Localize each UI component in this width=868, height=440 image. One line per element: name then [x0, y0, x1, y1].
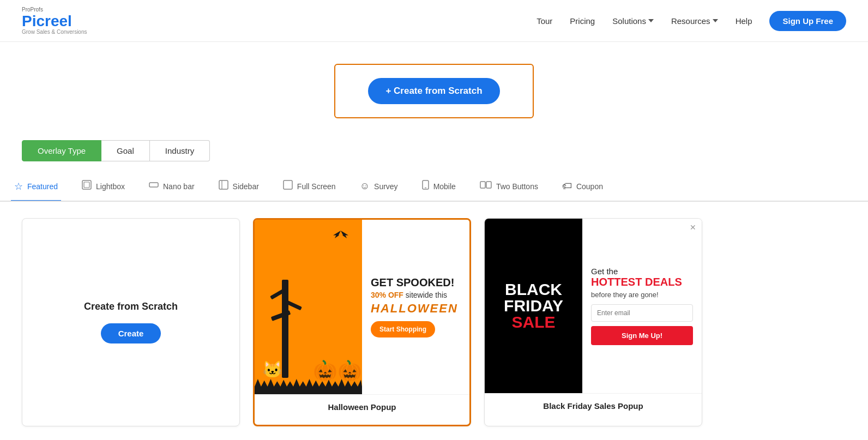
nanobar-icon	[149, 180, 159, 192]
type-filter-mobile-label: Mobile	[433, 182, 456, 191]
bf-brand-text: BLACK FRIDAY SALE	[504, 281, 563, 330]
type-filter-survey[interactable]: ☺ Survey	[357, 173, 401, 201]
fullscreen-icon	[283, 180, 293, 192]
navigation: Tour Pricing Solutions Resources Help Si…	[537, 11, 846, 31]
card-halloween-footer: Halloween Popup	[255, 394, 469, 419]
templates-grid: Create from Scratch Create 🐱	[0, 218, 868, 440]
nav-tour[interactable]: Tour	[537, 16, 552, 26]
type-filter-lightbox-label: Lightbox	[96, 182, 125, 191]
type-filter-fullscreen[interactable]: Full Screen	[280, 172, 339, 202]
svg-rect-0	[82, 180, 91, 189]
brand-name: Picreel	[22, 14, 87, 29]
filter-tab-industry[interactable]: Industry	[150, 140, 210, 161]
twobuttons-icon	[480, 180, 492, 192]
type-filter-survey-label: Survey	[374, 182, 398, 191]
bf-get-text: Get the	[591, 267, 693, 276]
card-halloween-popup[interactable]: 🐱 🎃🎃 GET SPOOKED! 30% OFF sitewide this …	[253, 218, 471, 426]
card-create-scratch[interactable]: Create from Scratch Create	[22, 218, 240, 426]
type-filter-fullscreen-label: Full Screen	[297, 182, 336, 191]
sidebar-icon	[219, 180, 228, 192]
nav-resources-label: Resources	[671, 16, 710, 26]
bf-subtitle: before they are gone!	[591, 291, 693, 299]
bf-hottest-deals: HOTTEST DEALS	[591, 276, 693, 288]
type-filter-nanobar-label: Nano bar	[163, 182, 195, 191]
type-filter-nanobar[interactable]: Nano bar	[146, 172, 198, 202]
type-filter-mobile[interactable]: Mobile	[419, 172, 459, 202]
survey-icon: ☺	[360, 180, 370, 192]
type-filter-coupon-label: Coupon	[576, 182, 603, 191]
logo-tagline: Grow Sales & Conversions	[22, 29, 87, 35]
halloween-cta-button[interactable]: Start Shopping	[371, 321, 435, 337]
card-blackfriday-footer: Black Friday Sales Popup	[485, 393, 702, 418]
blackfriday-bg: BLACK FRIDAY SALE ✕ Get the HOTTEST DEAL…	[485, 219, 702, 393]
type-filter-twobuttons-label: Two Buttons	[496, 182, 538, 191]
bf-black: BLACK	[504, 281, 563, 298]
create-scratch-box: + Create from Scratch	[334, 64, 533, 118]
type-filter-coupon[interactable]: 🏷 Coupon	[559, 173, 606, 201]
nav-solutions[interactable]: Solutions	[612, 16, 654, 26]
type-filter-sidebar[interactable]: Sidebar	[215, 172, 262, 202]
bf-sale: SALE	[504, 314, 563, 330]
svg-rect-5	[284, 180, 292, 189]
card-create-button[interactable]: Create	[101, 323, 161, 343]
svg-rect-8	[480, 182, 485, 188]
bf-signup-button[interactable]: Sign Me Up!	[591, 326, 693, 345]
lightbox-icon	[82, 180, 92, 192]
filter-tab-overlay-type[interactable]: Overlay Type	[22, 140, 101, 161]
category-filter-tabs: Overlay Type Goal Industry	[0, 140, 868, 161]
halloween-text: GET SPOOKED! 30% OFF sitewide this Hallo…	[362, 220, 469, 394]
card-blackfriday-title: Black Friday Sales Popup	[492, 401, 694, 411]
create-from-scratch-button[interactable]: + Create from Scratch	[368, 78, 499, 104]
type-filter-bar: ☆ Featured Lightbox Nano bar Sidebar Ful…	[0, 172, 868, 202]
halloween-discount: 30% OFF	[371, 291, 403, 299]
star-icon: ☆	[14, 180, 23, 192]
chevron-down-icon	[648, 19, 654, 22]
nav-help[interactable]: Help	[736, 16, 752, 26]
svg-rect-3	[219, 180, 228, 189]
nav-solutions-label: Solutions	[612, 16, 646, 26]
coupon-icon: 🏷	[562, 180, 572, 192]
bf-right-panel: ✕ Get the HOTTEST DEALS before they are …	[582, 219, 702, 393]
type-filter-featured[interactable]: ☆ Featured	[11, 173, 61, 202]
type-filter-lightbox[interactable]: Lightbox	[79, 172, 128, 202]
hero-section: + Create from Scratch	[0, 42, 868, 140]
type-filter-sidebar-label: Sidebar	[233, 182, 259, 191]
chevron-down-icon	[713, 19, 718, 22]
close-icon[interactable]: ✕	[690, 223, 696, 232]
halloween-headline: GET SPOOKED!	[371, 276, 461, 288]
halloween-bg: 🐱 🎃🎃 GET SPOOKED! 30% OFF sitewide this …	[255, 220, 469, 394]
bf-friday: FRIDAY	[504, 298, 563, 314]
card-blackfriday-popup[interactable]: BLACK FRIDAY SALE ✕ Get the HOTTEST DEAL…	[484, 218, 702, 426]
header: ProProfs Picreel Grow Sales & Conversion…	[0, 0, 868, 42]
card-create-body: Create from Scratch Create	[22, 219, 239, 426]
halloween-desc: sitewide this	[406, 291, 447, 299]
svg-rect-9	[486, 182, 491, 188]
svg-rect-1	[84, 182, 89, 188]
bf-email-input[interactable]	[591, 304, 693, 322]
type-filter-featured-label: Featured	[27, 182, 58, 191]
logo: ProProfs Picreel Grow Sales & Conversion…	[22, 7, 87, 35]
card-create-title: Create from Scratch	[84, 301, 178, 312]
signup-button[interactable]: Sign Up Free	[769, 11, 846, 31]
filter-tab-goal[interactable]: Goal	[101, 140, 150, 161]
card-halloween-image: 🐱 🎃🎃 GET SPOOKED! 30% OFF sitewide this …	[255, 220, 469, 394]
nav-pricing[interactable]: Pricing	[570, 16, 595, 26]
svg-rect-2	[149, 183, 158, 187]
halloween-holiday-text: Halloween	[371, 302, 461, 316]
card-blackfriday-image: BLACK FRIDAY SALE ✕ Get the HOTTEST DEAL…	[485, 219, 702, 393]
proprofs-label: ProProfs	[22, 7, 87, 13]
bf-left-panel: BLACK FRIDAY SALE	[485, 219, 582, 393]
nav-resources[interactable]: Resources	[671, 16, 718, 26]
mobile-icon	[422, 180, 429, 192]
card-halloween-title: Halloween Popup	[262, 402, 462, 412]
halloween-illustration: 🐱 🎃🎃	[255, 220, 362, 394]
type-filter-twobuttons[interactable]: Two Buttons	[477, 172, 541, 202]
